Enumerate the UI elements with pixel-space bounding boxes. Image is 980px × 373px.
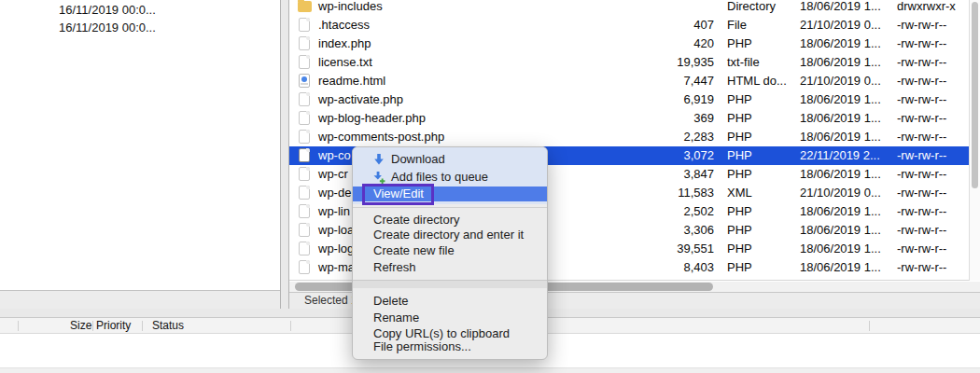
file-row[interactable]: wp-blog-header.php369PHP18/06/2019 1...-… [289, 109, 969, 128]
file-modified: 18/06/2019 1... [800, 90, 881, 109]
menu-item-create-directory-and-enter-it[interactable]: Create directory and enter it [353, 228, 547, 242]
local-list-row[interactable]: 16/11/2019 00:0... [0, 19, 280, 36]
file-name: license.txt [318, 53, 372, 72]
file-size: 3,306 [597, 221, 714, 240]
menu-item-refresh[interactable]: Refresh [353, 260, 547, 275]
menu-item-create-directory[interactable]: Create directory [353, 213, 547, 228]
file-icon [298, 260, 313, 275]
menu-separator [353, 207, 547, 208]
file-row[interactable]: wp-includesDirectory18/06/2019 1...drwxr… [289, 0, 969, 16]
file-modified: 21/10/2019 0... [800, 184, 881, 202]
queue-header-divider [290, 321, 291, 331]
file-permissions: drwxrwxr-x [897, 0, 956, 16]
file-icon [298, 167, 313, 182]
menu-item-label: Delete [373, 294, 409, 308]
file-type: PHP [727, 90, 752, 109]
selection-status-text: Selected 1 [304, 294, 357, 307]
menu-item-delete[interactable]: Delete [353, 294, 547, 309]
vertical-scrollbar-thumb[interactable] [972, 2, 978, 188]
file-row[interactable]: .htaccess407File21/10/2019 0...-rw-rw-r-… [289, 16, 969, 35]
local-list-row[interactable]: 16/11/2019 00:0... [0, 1, 280, 19]
file-type: PHP [727, 258, 752, 277]
file-name: readme.html [318, 72, 385, 90]
menu-item-view-edit[interactable]: View/Edit [353, 186, 547, 201]
file-row[interactable]: readme.html7,447HTML do...21/10/2019 0..… [289, 72, 969, 90]
menu-item-label: Rename [373, 311, 419, 325]
file-icon [298, 242, 313, 256]
file-modified: 21/10/2019 0... [800, 16, 881, 35]
file-permissions: -rw-rw-r-- [897, 90, 946, 109]
file-icon [298, 186, 313, 200]
file-name: index.php [318, 35, 371, 53]
file-permissions: -rw-rw-r-- [897, 16, 946, 35]
menu-item-label: View/Edit [373, 186, 424, 200]
file-modified: 18/06/2019 1... [800, 109, 881, 128]
menu-item-rename[interactable]: Rename [353, 311, 547, 325]
file-type: PHP [727, 109, 752, 128]
queue-column-header-size[interactable]: Size [70, 318, 91, 333]
local-file-list[interactable]: 16/11/2019 00:0...16/11/2019 00:0... [0, 0, 280, 289]
folder-icon [298, 0, 313, 14]
file-name: wp-loa [318, 221, 354, 240]
file-permissions: -rw-rw-r-- [897, 165, 946, 184]
file-name: .htaccess [318, 16, 370, 35]
file-size: 6,919 [597, 90, 714, 109]
file-row[interactable]: wp-activate.php6,919PHP18/06/2019 1...-r… [289, 90, 969, 109]
file-size: 2,502 [597, 202, 714, 221]
file-name: wp-lin [318, 202, 350, 221]
file-modified: 18/06/2019 1... [800, 202, 881, 221]
menu-item-label: Create new file [373, 243, 455, 257]
file-icon [298, 55, 313, 70]
menu-item-label: Add files to queue [391, 168, 488, 186]
file-permissions: -rw-rw-r-- [897, 109, 946, 128]
file-modified: 18/06/2019 1... [800, 128, 881, 146]
file-permissions: -rw-rw-r-- [897, 258, 946, 277]
file-type: File [727, 16, 747, 35]
file-type: PHP [727, 165, 752, 184]
file-modified: 18/06/2019 1... [800, 53, 881, 72]
file-row[interactable]: license.txt19,935txt-file18/06/2019 1...… [289, 53, 969, 72]
file-permissions: -rw-rw-r-- [897, 128, 946, 146]
file-name: wp-de [318, 184, 351, 202]
menu-item-create-new-file[interactable]: Create new file [353, 243, 547, 258]
file-type: HTML do... [727, 72, 787, 90]
file-size: 420 [597, 35, 714, 53]
queue-footer [0, 367, 980, 373]
file-icon [298, 36, 313, 51]
file-modified: 22/11/2019 2... [800, 146, 880, 165]
file-modified: 18/06/2019 1... [800, 221, 881, 240]
file-size: 19,935 [597, 53, 714, 72]
menu-item-add-files-to-queue[interactable]: Add files to queue [353, 168, 547, 186]
menu-item-label: Copy URL(s) to clipboard [373, 326, 510, 340]
queue-header-divider [18, 321, 19, 331]
file-name: wp-activate.php [318, 90, 403, 109]
queue-header-divider [869, 321, 870, 331]
menu-item-file-permissions[interactable]: File permissions... [353, 339, 547, 354]
file-type: PHP [727, 146, 752, 165]
filezilla-window: 16/11/2019 00:0...16/11/2019 00:0... wp-… [0, 0, 980, 373]
file-icon [298, 92, 313, 107]
file-row[interactable]: wp-comments-post.php2,283PHP18/06/2019 1… [289, 128, 969, 146]
file-size: 7,447 [597, 72, 714, 90]
file-size: 407 [597, 16, 714, 35]
file-type: PHP [727, 240, 752, 258]
file-row[interactable]: index.php420PHP18/06/2019 1...-rw-rw-r-- [289, 35, 969, 53]
file-permissions: -rw-rw-r-- [897, 202, 946, 221]
local-status-bar [0, 290, 280, 309]
file-icon [298, 111, 313, 126]
menu-item-label: Create directory and enter it [373, 228, 524, 242]
file-name: wp-includes [318, 0, 383, 16]
file-type: Directory [727, 0, 776, 16]
file-modified: 18/06/2019 1... [800, 0, 881, 16]
menu-item-label: Download [391, 150, 445, 168]
menu-item-download[interactable]: Download [353, 150, 547, 168]
file-size: 11,583 [597, 184, 714, 202]
vertical-scrollbar[interactable] [969, 0, 980, 281]
file-name: wp-ma [318, 258, 355, 277]
file-type: PHP [727, 221, 752, 240]
file-modified: 18/06/2019 1... [800, 240, 881, 258]
file-icon [298, 223, 313, 238]
queue-column-header-status[interactable]: Status [152, 318, 184, 333]
queue-column-header-priority[interactable]: Priority [96, 318, 131, 333]
file-type: PHP [727, 35, 752, 53]
